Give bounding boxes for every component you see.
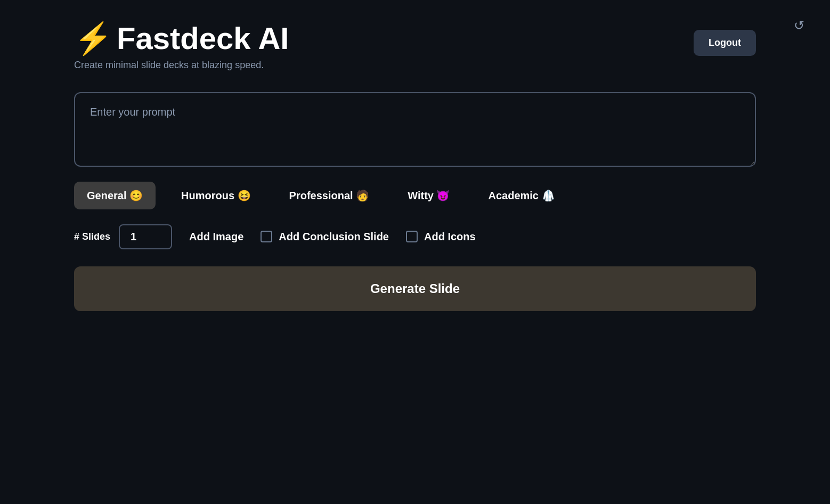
- app-subtitle: Create minimal slide decks at blazing sp…: [74, 60, 289, 71]
- generate-button[interactable]: Generate Slide: [74, 266, 756, 311]
- app-header: ⚡ Fastdeck AI Create minimal slide decks…: [74, 21, 756, 71]
- add-icons-checkbox[interactable]: [406, 231, 418, 242]
- options-section: # Slides Add Image Add Conclusion Slide …: [74, 224, 756, 249]
- tone-academic[interactable]: Academic 🥼: [475, 182, 567, 209]
- tone-general[interactable]: General 😊: [74, 182, 156, 209]
- logout-button[interactable]: Logout: [694, 30, 756, 56]
- main-content: General 😊 Humorous 😆 Professional 🧑 Witt…: [74, 92, 756, 311]
- tone-professional[interactable]: Professional 🧑: [276, 182, 383, 209]
- header-left: ⚡ Fastdeck AI Create minimal slide decks…: [74, 21, 289, 71]
- tone-section: General 😊 Humorous 😆 Professional 🧑 Witt…: [74, 182, 756, 209]
- add-conclusion-checkbox[interactable]: [261, 231, 272, 242]
- slides-input[interactable]: [119, 224, 172, 249]
- add-conclusion-label: Add Conclusion Slide: [279, 231, 389, 243]
- prompt-input[interactable]: [74, 92, 756, 167]
- slides-label: # Slides: [74, 231, 110, 242]
- lightning-icon: ⚡: [74, 21, 112, 55]
- add-icons-group[interactable]: Add Icons: [406, 231, 476, 243]
- tone-witty[interactable]: Witty 😈: [395, 182, 462, 209]
- app-title: ⚡ Fastdeck AI: [74, 21, 289, 55]
- add-image-label: Add Image: [189, 231, 243, 243]
- undo-icon: ↺: [794, 18, 804, 33]
- add-conclusion-group[interactable]: Add Conclusion Slide: [261, 231, 389, 243]
- undo-button[interactable]: ↺: [790, 16, 809, 35]
- app-title-text: Fastdeck AI: [117, 21, 289, 55]
- slides-group: # Slides: [74, 224, 172, 249]
- tone-humorous[interactable]: Humorous 😆: [168, 182, 264, 209]
- add-icons-label: Add Icons: [424, 231, 476, 243]
